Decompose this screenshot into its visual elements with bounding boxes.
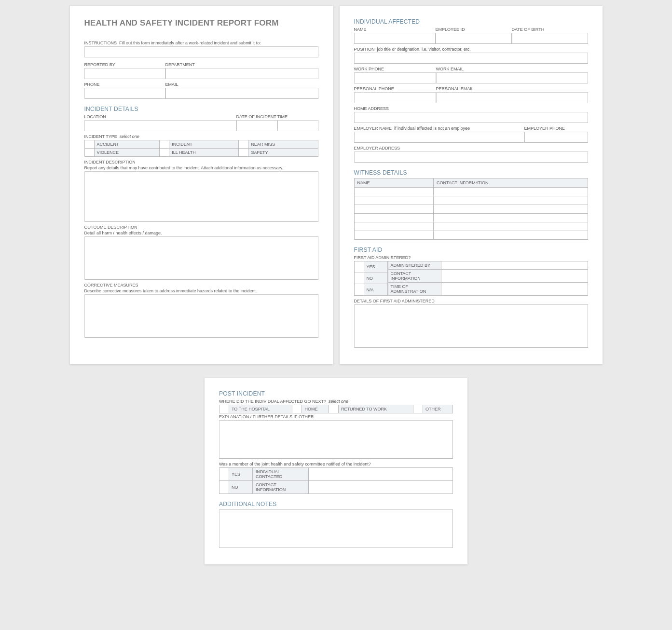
employer-address-field[interactable] xyxy=(354,151,588,163)
employer-name-field[interactable] xyxy=(354,132,524,143)
employee-id-label: EMPLOYEE ID xyxy=(436,27,512,32)
witness-row-name[interactable] xyxy=(354,205,434,214)
fa-contact-field[interactable] xyxy=(441,270,588,283)
employer-name-label: EMPLOYER NAME if individual affected is … xyxy=(354,126,524,131)
page-2: INDIVIDUAL AFFECTED NAME EMPLOYEE ID DAT… xyxy=(340,6,603,364)
fa-details-label: DETAILS OF FIRST AID ADMINISTERED xyxy=(354,299,588,303)
incident-type-label: INCIDENT TYPE select one xyxy=(84,134,318,139)
phone-field[interactable] xyxy=(84,88,165,99)
committee-contactinfo-label: CONTACT INFORMATION xyxy=(253,481,309,494)
witness-table: NAME CONTACT INFORMATION xyxy=(354,178,588,240)
position-label: POSITION job title or designation, i.e. … xyxy=(354,47,588,52)
type-check-accident[interactable] xyxy=(84,140,94,149)
where-check-other[interactable] xyxy=(413,405,423,413)
witness-heading: WITNESS DETAILS xyxy=(354,169,588,176)
witness-row-name[interactable] xyxy=(354,231,434,240)
type-check-illhealth[interactable] xyxy=(160,149,169,157)
witness-row-contact[interactable] xyxy=(434,188,588,196)
type-check-safety[interactable] xyxy=(239,149,248,157)
committee-contacted-label: INDIVIDUAL CONTACTED xyxy=(253,468,309,481)
witness-row-contact[interactable] xyxy=(434,205,588,214)
personal-phone-label: PERSONAL PHONE xyxy=(354,86,436,91)
outcome-hint: Detail all harm / health effects / damag… xyxy=(84,231,318,235)
date-of-incident-label: DATE OF INCIDENT xyxy=(236,114,277,119)
fa-check-no[interactable] xyxy=(354,273,364,284)
reported-by-field[interactable] xyxy=(84,68,165,79)
work-email-label: WORK EMAIL xyxy=(436,67,588,71)
email-label: EMAIL xyxy=(165,82,318,87)
type-check-nearmiss[interactable] xyxy=(239,140,248,149)
fa-details-field[interactable] xyxy=(354,304,588,348)
witness-name-header: NAME xyxy=(354,178,434,188)
witness-row-name[interactable] xyxy=(354,188,434,196)
location-label: LOCATION xyxy=(84,114,236,119)
witness-row-name[interactable] xyxy=(354,222,434,231)
employer-phone-field[interactable] xyxy=(524,132,588,143)
employer-address-label: EMPLOYER ADDRESS xyxy=(354,146,588,151)
committee-contacted-field[interactable] xyxy=(309,468,453,481)
fa-na: N/A xyxy=(364,284,387,296)
time-field[interactable] xyxy=(277,120,318,131)
additional-notes-heading: ADDITIONAL NOTES xyxy=(219,501,453,507)
fa-time-field[interactable] xyxy=(441,283,588,296)
where-check-home[interactable] xyxy=(292,405,302,413)
type-check-incident[interactable] xyxy=(160,140,169,149)
corrective-label: CORRECTIVE MEASURES xyxy=(84,283,318,288)
employer-phone-label: EMPLOYER PHONE xyxy=(524,126,588,131)
email-field[interactable] xyxy=(165,88,318,99)
where-check-returned[interactable] xyxy=(329,405,338,413)
witness-row-contact[interactable] xyxy=(434,196,588,205)
witness-row-contact[interactable] xyxy=(434,214,588,222)
date-of-incident-field[interactable] xyxy=(236,120,277,131)
ind-name-field[interactable] xyxy=(354,33,436,44)
dob-label: DATE OF BIRTH xyxy=(512,27,588,32)
committee-q-label: Was a member of the joint health and saf… xyxy=(219,462,453,466)
committee-check-yes[interactable] xyxy=(219,468,229,481)
personal-phone-field[interactable] xyxy=(354,92,436,103)
incident-description-field[interactable] xyxy=(84,171,318,222)
page-1: HEALTH AND SAFETY INCIDENT REPORT FORM I… xyxy=(70,6,333,364)
additional-notes-field[interactable] xyxy=(219,509,453,548)
fa-adminby-field[interactable] xyxy=(441,261,588,270)
committee-yes: YES xyxy=(229,468,253,481)
outcome-label: OUTCOME DESCRIPTION xyxy=(84,225,318,230)
witness-row-name[interactable] xyxy=(354,196,434,205)
home-address-field[interactable] xyxy=(354,112,588,123)
work-phone-field[interactable] xyxy=(354,72,436,83)
location-field[interactable] xyxy=(84,120,236,131)
department-field[interactable] xyxy=(165,68,318,79)
witness-contact-header: CONTACT INFORMATION xyxy=(434,178,588,188)
corrective-field[interactable] xyxy=(84,294,318,338)
where-check-hospital[interactable] xyxy=(219,405,229,413)
page-3: POST INCIDENT WHERE DID THE INDIVIDUAL A… xyxy=(205,378,467,564)
employee-id-field[interactable] xyxy=(436,33,512,44)
postincident-heading: POST INCIDENT xyxy=(219,390,453,397)
personal-email-field[interactable] xyxy=(436,92,588,103)
dob-field[interactable] xyxy=(512,33,588,44)
explanation-field[interactable] xyxy=(219,420,453,459)
committee-check-no[interactable] xyxy=(219,481,229,494)
phone-label: PHONE xyxy=(84,82,165,87)
firstaid-details-table: ADMINISTERED BY CONTACT INFORMATION TIME… xyxy=(388,261,588,296)
type-nearmiss: NEAR MISS xyxy=(248,140,318,149)
committee-no: NO xyxy=(229,481,253,494)
type-check-violence[interactable] xyxy=(84,149,94,157)
outcome-field[interactable] xyxy=(84,236,318,280)
witness-row-name[interactable] xyxy=(354,214,434,222)
fa-contact-label: CONTACT INFORMATION xyxy=(388,270,441,283)
witness-row-contact[interactable] xyxy=(434,222,588,231)
type-accident: ACCIDENT xyxy=(94,140,160,149)
type-illhealth: ILL HEALTH xyxy=(169,149,239,157)
fa-adminby-label: ADMINISTERED BY xyxy=(388,261,441,270)
firstaid-q-label: FIRST AID ADMINISTERED? xyxy=(354,255,588,260)
position-field[interactable] xyxy=(354,53,588,64)
committee-contactinfo-field[interactable] xyxy=(309,481,453,494)
fa-yes: YES xyxy=(364,261,387,273)
fa-check-na[interactable] xyxy=(354,284,364,296)
instructions-field[interactable] xyxy=(84,46,318,57)
corrective-hint: Describe corrective measures taken to ad… xyxy=(84,288,318,293)
fa-check-yes[interactable] xyxy=(354,261,364,273)
work-email-field[interactable] xyxy=(436,72,588,83)
firstaid-heading: FIRST AID xyxy=(354,247,588,253)
witness-row-contact[interactable] xyxy=(434,231,588,240)
